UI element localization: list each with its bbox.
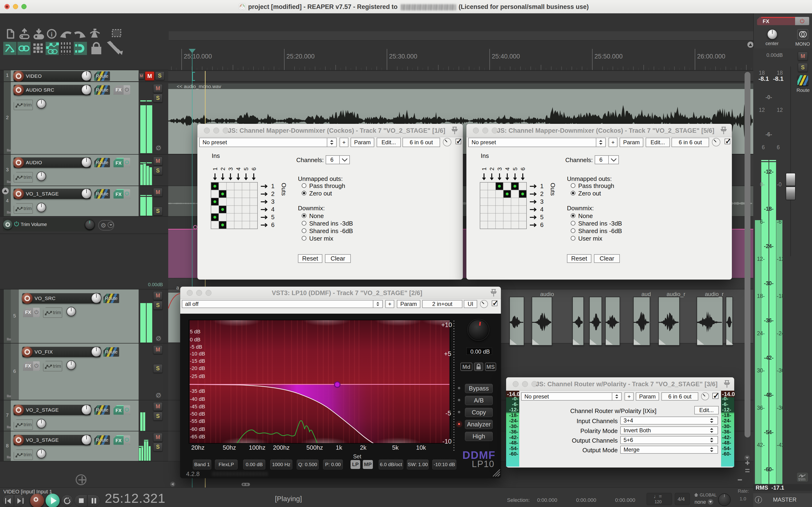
- svg-text:i: i: [51, 31, 53, 38]
